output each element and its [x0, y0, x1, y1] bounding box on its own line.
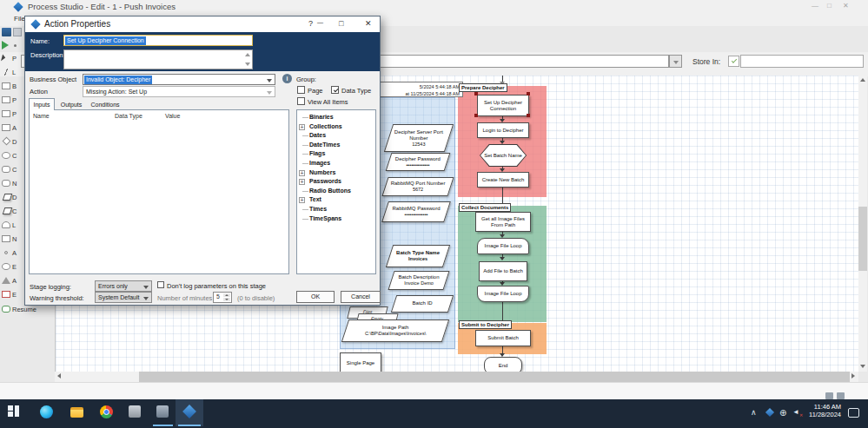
tab-conditions[interactable]: Conditions: [86, 100, 124, 109]
warning-threshold-select[interactable]: System Default: [95, 292, 152, 303]
scroll-right-icon[interactable]: [851, 373, 855, 379]
stepper-down-icon[interactable]: [223, 298, 230, 301]
expand-icon[interactable]: +: [299, 197, 305, 203]
store-in-input[interactable]: [740, 55, 864, 68]
app-icon[interactable]: [129, 405, 141, 418]
view-all-items-checkbox[interactable]: [297, 97, 305, 105]
help-icon[interactable]: ?: [308, 19, 313, 28]
data-type-tree[interactable]: Binaries +Collections Dates DateTimes Fl…: [296, 109, 376, 274]
maximize-icon[interactable]: □: [339, 19, 343, 28]
scroll-down-icon[interactable]: [245, 63, 250, 66]
window-close-icon[interactable]: ✕: [843, 2, 849, 10]
block-label[interactable]: Submit to Decipher: [459, 320, 512, 329]
file-explorer-icon[interactable]: [70, 407, 83, 418]
play-icon[interactable]: [2, 41, 9, 49]
data-item-rabbitmq-password[interactable]: RabbitMQ Password••••••••••••••: [381, 201, 451, 222]
dialog-header-panel: Name: Set Up Decipher Connection Descrip…: [25, 32, 380, 71]
page-checkbox[interactable]: [297, 86, 305, 94]
name-label: Name:: [30, 37, 50, 45]
save-icon[interactable]: [2, 28, 11, 36]
expand-icon[interactable]: +: [299, 179, 305, 185]
tray-chevron-icon[interactable]: ∧: [751, 408, 757, 417]
stage-logging-select[interactable]: Errors only: [95, 280, 152, 292]
stage-palette: P L B P P A D C C N D C L N A E A E Resu…: [0, 52, 24, 399]
close-icon[interactable]: ✕: [365, 19, 372, 28]
action-select[interactable]: Missing Action: Set Up: [83, 86, 275, 97]
data-item-image-path[interactable]: Image PathC:\BP\Data\Images\Invoices\: [341, 319, 449, 342]
edge-icon[interactable]: [40, 405, 53, 418]
stage-set-batch-name[interactable]: Set Batch Name: [480, 144, 527, 167]
stage-get-all-image-files[interactable]: Get all Image Files From Path: [475, 212, 531, 232]
info-icon[interactable]: i: [282, 74, 292, 83]
disable-hint: (0 to disable): [237, 294, 275, 302]
scroll-up-icon[interactable]: [860, 78, 865, 82]
store-in-valid-icon: [728, 56, 739, 67]
overlay-icon: [837, 392, 845, 399]
horizontal-scroll-thumb[interactable]: [139, 372, 850, 382]
block-label[interactable]: Prepare Decipher: [459, 83, 507, 92]
multi-calc-icon: [2, 180, 10, 187]
process-icon: [2, 96, 10, 103]
block-label[interactable]: Collect Documents: [459, 203, 511, 212]
stage-submit-batch[interactable]: Submit Batch: [475, 330, 531, 346]
selection-handle[interactable]: [474, 114, 478, 117]
clock-date: 11/28/2024: [801, 411, 841, 418]
cancel-button[interactable]: Cancel: [341, 291, 381, 303]
data-item-rabbitmq-port[interactable]: RabbitMQ Port Number5672: [381, 177, 454, 196]
scroll-up-icon[interactable]: [245, 53, 250, 56]
datatype-checkbox[interactable]: [331, 86, 339, 94]
stage-set-up-decipher-connection[interactable]: Set Up Decipher Connection: [477, 95, 529, 116]
vertical-scroll-thumb[interactable]: [858, 207, 867, 271]
data-item-decipher-password[interactable]: Decipher Password••••••••••••••: [386, 153, 451, 171]
clock[interactable]: 11:46 AM 11/28/2024: [801, 403, 841, 418]
stage-create-new-batch[interactable]: Create New Batch: [477, 172, 529, 188]
chrome-icon[interactable]: [100, 405, 113, 418]
horizontal-scrollbar[interactable]: [55, 372, 858, 382]
network-icon[interactable]: ⊕: [779, 408, 786, 418]
stage-end[interactable]: End: [484, 357, 522, 372]
menu-file[interactable]: File: [14, 15, 25, 23]
scroll-left-icon[interactable]: [57, 373, 61, 379]
start-button-icon[interactable]: [15, 405, 20, 417]
description-input[interactable]: [63, 49, 253, 69]
selection-handle[interactable]: [527, 92, 530, 95]
speaker-icon[interactable]: ◄: [792, 408, 799, 416]
toolbar-icon[interactable]: [13, 28, 22, 36]
stage-add-file-to-batch[interactable]: Add File to Batch: [479, 261, 527, 281]
scroll-down-icon[interactable]: [860, 365, 865, 368]
expression-dropdown-button[interactable]: [669, 55, 682, 68]
name-input[interactable]: Set Up Decipher Connection: [63, 35, 253, 46]
dialog-icon: [30, 19, 40, 29]
expand-icon[interactable]: +: [299, 124, 305, 130]
window-maximize-icon[interactable]: □: [827, 2, 832, 10]
stage-single-page[interactable]: Single Page: [340, 352, 381, 372]
business-object-label: Business Object: [30, 76, 76, 83]
tab-inputs[interactable]: Inputs: [29, 98, 55, 110]
data-item-batch-type-name[interactable]: Batch Type NameInvoices: [386, 245, 450, 267]
vertical-scrollbar[interactable]: [858, 76, 867, 372]
parameters-table[interactable]: Name Data Type Value: [29, 109, 289, 274]
notifications-icon[interactable]: [848, 408, 859, 418]
app-icon[interactable]: [156, 405, 169, 418]
stage-image-file-loop-start[interactable]: Image File Loop: [477, 238, 529, 254]
data-item-batch-id[interactable]: Batch ID: [391, 295, 454, 313]
business-object-select[interactable]: Invalid Object: Decipher: [83, 74, 275, 85]
minutes-stepper[interactable]: 5: [213, 292, 232, 303]
dont-log-checkbox[interactable]: [157, 281, 164, 288]
choice-icon: [2, 152, 10, 159]
stage-login-to-decipher[interactable]: Login to Decipher: [477, 122, 529, 138]
stepper-up-icon[interactable]: [223, 293, 230, 297]
data-item-decipher-server-port[interactable]: Decipher Server Port Number12543: [384, 124, 454, 152]
stage-image-file-loop-end[interactable]: Image File Loop: [477, 286, 529, 302]
data-item-batch-description[interactable]: Batch DescriptionInvoice Demo: [388, 271, 449, 290]
expand-icon[interactable]: +: [299, 170, 305, 176]
tray-blue-prism-icon[interactable]: [765, 408, 774, 417]
ok-button[interactable]: OK: [296, 291, 335, 303]
tab-outputs[interactable]: Outputs: [56, 100, 86, 109]
minimize-icon[interactable]: —: [317, 19, 323, 25]
column-datatype: Data Type: [115, 113, 142, 119]
description-label: Description:: [30, 51, 65, 59]
selection-handle[interactable]: [527, 114, 530, 117]
window-minimize-icon[interactable]: —: [812, 2, 818, 10]
selection-handle[interactable]: [474, 92, 478, 95]
